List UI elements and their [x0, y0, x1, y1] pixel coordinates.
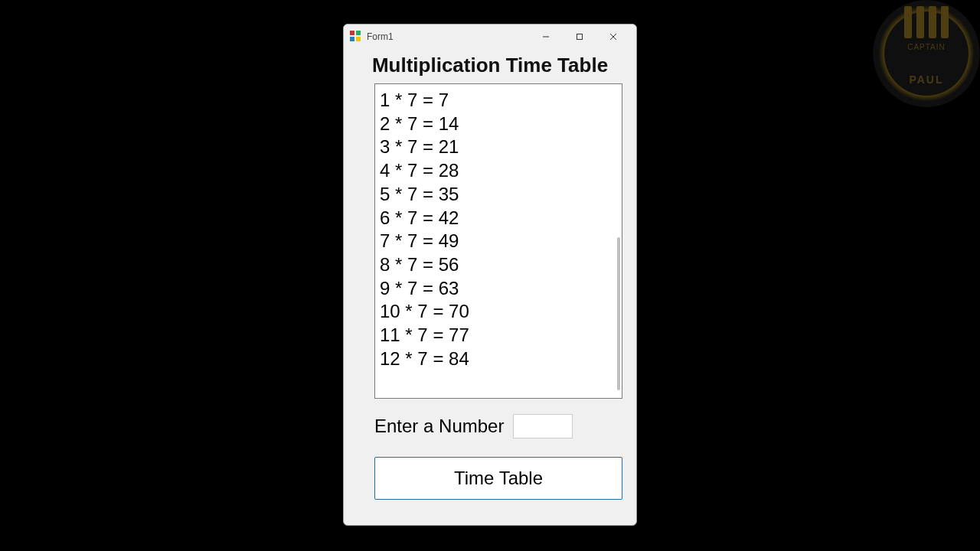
watermark-logo: CAPTAIN PAUL: [873, 0, 980, 107]
input-row: Enter a Number: [374, 414, 622, 439]
maximize-button[interactable]: [563, 26, 596, 47]
titlebar[interactable]: Form1: [344, 24, 636, 49]
close-button[interactable]: [596, 26, 630, 47]
list-item[interactable]: 9 * 7 = 63: [380, 277, 617, 301]
list-item[interactable]: 11 * 7 = 77: [380, 324, 617, 347]
window-title: Form1: [367, 31, 394, 42]
button-label: Time Table: [454, 468, 543, 489]
list-item[interactable]: 7 * 7 = 49: [380, 230, 617, 253]
minimize-icon: [542, 33, 550, 41]
list-item[interactable]: 4 * 7 = 28: [380, 159, 617, 183]
watermark-text-top: CAPTAIN: [873, 43, 980, 51]
close-icon: [609, 33, 617, 41]
list-item[interactable]: 1 * 7 = 7: [380, 89, 617, 112]
watermark-text-bottom: PAUL: [873, 73, 980, 86]
svg-rect-1: [577, 34, 583, 40]
page-title: Multiplication Time Table: [344, 49, 636, 83]
app-icon: [350, 31, 362, 43]
time-table-button[interactable]: Time Table: [374, 457, 622, 500]
output-listbox[interactable]: 1 * 7 = 7 2 * 7 = 14 3 * 7 = 21 4 * 7 = …: [374, 83, 622, 399]
scrollbar[interactable]: [617, 237, 620, 390]
list-item[interactable]: 3 * 7 = 21: [380, 135, 617, 159]
list-item[interactable]: 8 * 7 = 56: [380, 253, 617, 277]
list-item[interactable]: 10 * 7 = 70: [380, 300, 617, 324]
list-item[interactable]: 2 * 7 = 14: [380, 112, 617, 136]
number-input[interactable]: [513, 414, 573, 439]
maximize-icon: [576, 33, 583, 41]
input-label: Enter a Number: [374, 416, 504, 437]
window-controls: [529, 26, 630, 47]
list-item[interactable]: 6 * 7 = 42: [380, 207, 617, 230]
minimize-button[interactable]: [529, 26, 563, 47]
app-window: Form1 Multiplication Time Table 1 * 7 = …: [343, 24, 637, 526]
list-item[interactable]: 12 * 7 = 84: [380, 347, 617, 371]
list-item[interactable]: 5 * 7 = 35: [380, 183, 617, 207]
